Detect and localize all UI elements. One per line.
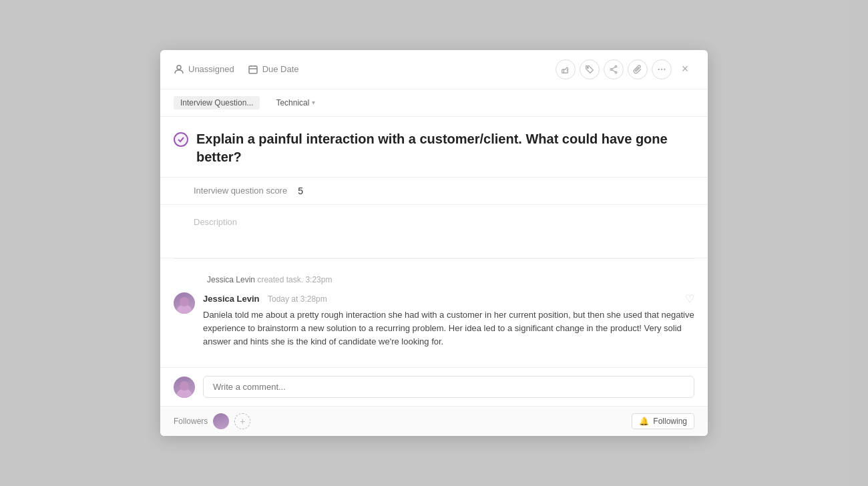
assignee-button[interactable]: Unassigned: [174, 64, 234, 75]
svg-line-7: [612, 69, 615, 71]
svg-point-3: [610, 68, 612, 70]
activity-meta: Jessica Levin created task. 3:23pm: [174, 270, 694, 292]
assignee-label: Unassigned: [188, 64, 234, 74]
score-value[interactable]: 5: [298, 186, 303, 196]
thumbs-up-icon: [561, 65, 570, 74]
paperclip-icon: [633, 65, 642, 74]
breadcrumb-category-label: Technical: [276, 98, 309, 107]
description-area[interactable]: Description: [160, 205, 708, 258]
svg-point-4: [615, 65, 617, 67]
svg-point-0: [177, 65, 181, 69]
tag-icon: [585, 65, 594, 74]
share-button[interactable]: [604, 59, 624, 79]
comment-input[interactable]: [203, 376, 694, 398]
breadcrumb-category[interactable]: Technical ▾: [270, 96, 320, 109]
more-options-button[interactable]: [652, 59, 672, 79]
task-modal: Unassigned Due Date: [160, 50, 708, 436]
comment-author: Jessica Levin: [203, 294, 260, 304]
breadcrumb: Interview Question... Technical ▾: [160, 89, 708, 117]
current-user-avatar: [174, 377, 195, 398]
chevron-down-icon: ▾: [312, 99, 315, 106]
comment-content: Jessica Levin Today at 3:28pm ♡ Daniela …: [203, 292, 694, 348]
score-label: Interview question score: [194, 186, 287, 196]
complete-button[interactable]: [174, 132, 188, 147]
user-icon: [174, 64, 184, 75]
svg-point-9: [661, 69, 662, 70]
activity-section: Jessica Levin created task. 3:23pm Jessi…: [160, 259, 708, 367]
modal-header: Unassigned Due Date: [160, 50, 708, 89]
task-title-row: Explain a painful interaction with a cus…: [160, 117, 708, 178]
modal-body: Description Jessica Levin created task. …: [160, 205, 708, 367]
due-date-button[interactable]: Due Date: [248, 64, 299, 75]
add-follower-button[interactable]: +: [234, 413, 250, 429]
tag-button[interactable]: [580, 59, 600, 79]
comment-item: Jessica Levin Today at 3:28pm ♡ Daniela …: [174, 292, 694, 348]
modal-footer: [160, 367, 708, 406]
calendar-icon: [248, 64, 258, 75]
following-button[interactable]: 🔔 Following: [632, 413, 694, 429]
svg-point-5: [615, 71, 617, 73]
activity-creator-name: Jessica Levin: [207, 275, 255, 284]
check-icon: [177, 136, 185, 144]
score-row: Interview question score 5: [160, 178, 708, 205]
comment-time: Today at 3:28pm: [268, 294, 327, 304]
comment-text: Daniela told me about a pretty rough int…: [203, 308, 694, 348]
avatar: [174, 292, 195, 314]
modal-overlay: Unassigned Due Date: [0, 0, 868, 486]
svg-point-2: [588, 67, 589, 68]
close-button[interactable]: ×: [676, 60, 694, 79]
followers-left: Followers +: [174, 413, 250, 429]
ellipsis-icon: [657, 65, 666, 74]
svg-rect-1: [249, 66, 257, 73]
thumbs-up-button[interactable]: [556, 59, 576, 79]
description-placeholder: Description: [194, 217, 237, 227]
task-title[interactable]: Explain a painful interaction with a cus…: [196, 130, 694, 166]
svg-line-6: [612, 67, 615, 69]
header-icons: ×: [556, 59, 694, 79]
comment-author-row: Jessica Levin Today at 3:28pm: [203, 292, 327, 304]
followers-label: Followers: [174, 417, 208, 426]
followers-bar: Followers + 🔔 Following: [160, 406, 708, 436]
comment-header: Jessica Levin Today at 3:28pm ♡: [203, 292, 694, 305]
header-left: Unassigned Due Date: [174, 64, 299, 75]
following-label: Following: [653, 417, 687, 426]
breadcrumb-parent[interactable]: Interview Question...: [174, 96, 260, 109]
bell-icon: 🔔: [639, 417, 649, 426]
due-date-label: Due Date: [262, 64, 299, 74]
attach-button[interactable]: [628, 59, 648, 79]
activity-time: 3:23pm: [305, 275, 332, 284]
activity-action: created task.: [257, 275, 303, 284]
like-button[interactable]: ♡: [685, 292, 694, 305]
svg-point-10: [664, 69, 665, 70]
svg-point-8: [658, 69, 659, 70]
follower-avatar: [213, 413, 229, 429]
share-icon: [609, 65, 618, 74]
